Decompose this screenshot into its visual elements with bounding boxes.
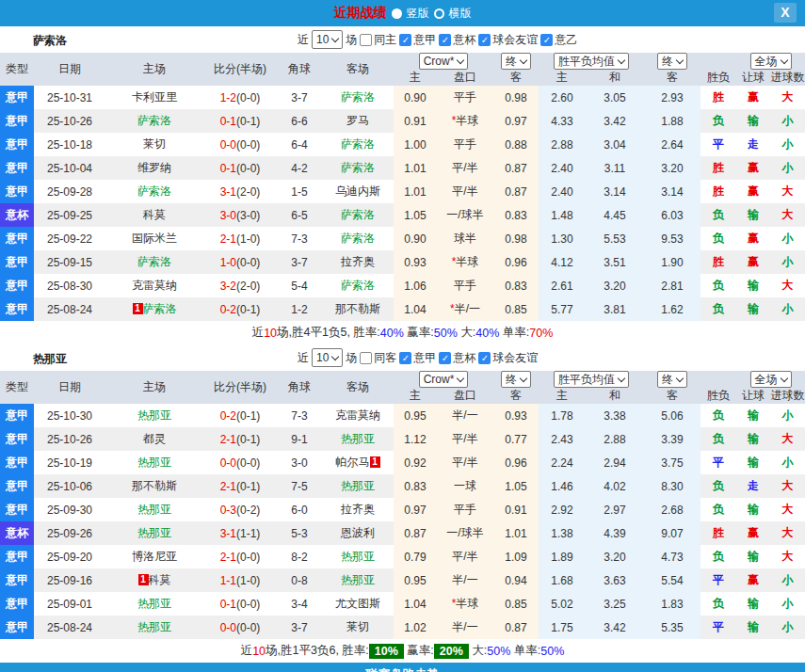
odds-home: 1.12 bbox=[394, 427, 437, 451]
vertical-radio[interactable] bbox=[392, 8, 402, 19]
checkbox-icon[interactable]: ✓ bbox=[478, 34, 491, 46]
checkbox-icon[interactable]: ✓ bbox=[399, 352, 411, 364]
col-goals: 进球数 bbox=[770, 388, 805, 404]
type-badge: 意杯 bbox=[0, 521, 34, 545]
avg-draw: 3.63 bbox=[586, 568, 644, 592]
match-score: 0-2(0-1) bbox=[203, 404, 277, 427]
league-filter-意乙[interactable]: ✓意乙 bbox=[540, 32, 577, 48]
col-odds-home: 主 bbox=[394, 388, 437, 404]
same-venue-filter[interactable]: 同客 bbox=[360, 350, 396, 366]
home-team: 热那亚 bbox=[105, 404, 203, 427]
scope-select[interactable]: 全场 bbox=[750, 371, 792, 388]
half-time-score: (2-0) bbox=[236, 185, 260, 199]
avg-draw: 3.20 bbox=[586, 274, 644, 297]
match-score: 2-1(0-1) bbox=[203, 427, 277, 451]
summary-segment: 40% bbox=[380, 327, 404, 340]
avg-away: 5.54 bbox=[644, 568, 700, 592]
result-wdl: 负 bbox=[700, 297, 736, 321]
scope-select[interactable]: 全场 bbox=[750, 53, 792, 70]
avg-home: 1.78 bbox=[539, 404, 586, 427]
match-count-value: 10 bbox=[316, 351, 329, 364]
odds-final-select[interactable]: 终 bbox=[501, 371, 531, 388]
away-team: 尤文图斯 bbox=[322, 592, 394, 616]
full-time-score: 1-0 bbox=[220, 256, 236, 269]
full-time-score: 2-1 bbox=[220, 480, 236, 493]
close-icon[interactable]: X bbox=[774, 3, 797, 23]
match-date: 25-10-26 bbox=[34, 427, 105, 451]
home-team: 萨索洛 bbox=[105, 109, 203, 133]
checkbox-icon[interactable]: ✓ bbox=[439, 352, 451, 364]
odds-away: 0.85 bbox=[493, 592, 539, 616]
league-filter-意甲[interactable]: ✓意甲 bbox=[399, 32, 436, 48]
avg-select[interactable]: 胜平负均值 bbox=[554, 371, 629, 388]
league-filter-球会友谊[interactable]: ✓球会友谊 bbox=[478, 350, 538, 366]
vertical-radio-label[interactable]: 竖版 bbox=[407, 6, 429, 22]
horizontal-radio-label[interactable]: 横版 bbox=[449, 6, 472, 22]
handicap-text: 一/球半 bbox=[446, 526, 483, 539]
avg-select[interactable]: 胜平负均值 bbox=[554, 53, 629, 70]
team-name: 热那亚 bbox=[33, 351, 67, 367]
full-time-score: 0-0 bbox=[220, 456, 236, 470]
away-team: 萨索洛 bbox=[322, 203, 394, 227]
odds-home: 1.06 bbox=[394, 274, 437, 297]
avg-home: 1.38 bbox=[539, 521, 586, 545]
handicap-text: 平/半 bbox=[452, 456, 477, 469]
match-score: 0-2(0-1) bbox=[203, 297, 277, 321]
odds-final-select[interactable]: 终 bbox=[501, 53, 531, 70]
checkbox-icon[interactable]: ✓ bbox=[399, 34, 411, 46]
corner-score: 3-7 bbox=[277, 86, 322, 109]
odds-home: 1.05 bbox=[394, 203, 437, 227]
league-filter-label: 意杯 bbox=[453, 32, 475, 48]
league-filter-意甲[interactable]: ✓意甲 bbox=[399, 350, 436, 366]
avg-home: 5.02 bbox=[539, 592, 586, 616]
home-team: 莱切 bbox=[105, 133, 203, 156]
avg-home: 2.43 bbox=[539, 427, 586, 451]
odds-company-select[interactable]: Crow* bbox=[419, 371, 469, 388]
half-time-score: (1-0) bbox=[236, 232, 260, 246]
avg-final-select[interactable]: 终 bbox=[657, 53, 687, 70]
summary-segment: 赢率: bbox=[404, 643, 434, 659]
result-wdl: 胜 bbox=[700, 86, 736, 109]
home-team-name: 莱切 bbox=[143, 137, 166, 151]
match-score: 3-0(3-0) bbox=[203, 203, 277, 227]
odds-home: 0.92 bbox=[394, 451, 437, 474]
match-date: 25-09-22 bbox=[34, 227, 105, 250]
half-time-score: (0-0) bbox=[236, 621, 260, 634]
table-row: 意甲25-09-30热那亚0-3(0-2)6-0拉齐奥0.97平手0.912.9… bbox=[0, 498, 805, 521]
checkbox-icon[interactable]: ✓ bbox=[540, 34, 553, 46]
summary-segment: 10 bbox=[252, 645, 266, 658]
checkbox-icon[interactable]: ✓ bbox=[478, 352, 491, 364]
handicap-text: 一球 bbox=[454, 479, 476, 492]
odds-away: 1.09 bbox=[493, 545, 539, 568]
league-filter-球会友谊[interactable]: ✓球会友谊 bbox=[478, 32, 538, 48]
handicap-value: 一/球半 bbox=[437, 521, 493, 545]
table-row: 意甲25-10-06那不勒斯2-1(0-1)7-5热那亚0.83一球1.051.… bbox=[0, 474, 805, 498]
table-row: 意甲25-09-22国际米兰2-1(1-0)7-3萨索洛0.90球半0.981.… bbox=[0, 227, 805, 250]
avg-away: 1.62 bbox=[644, 297, 700, 321]
league-filter-意杯[interactable]: ✓意杯 bbox=[439, 32, 475, 48]
odds-company-select[interactable]: Crow* bbox=[419, 53, 469, 70]
avg-draw: 3.51 bbox=[586, 250, 644, 274]
summary-segment: 单率: bbox=[510, 643, 540, 659]
avg-draw: 2.97 bbox=[586, 498, 644, 521]
horizontal-radio[interactable] bbox=[434, 8, 444, 19]
away-team-name: 萨索洛 bbox=[341, 208, 375, 221]
match-count-select[interactable]: 10 bbox=[312, 348, 343, 367]
checkbox-icon[interactable] bbox=[360, 352, 372, 364]
checkbox-icon[interactable]: ✓ bbox=[439, 34, 451, 46]
type-badge: 意甲 bbox=[0, 133, 34, 156]
avg-final-select[interactable]: 终 bbox=[657, 371, 687, 388]
result-wdl: 平 bbox=[700, 133, 736, 156]
type-badge: 意甲 bbox=[0, 427, 34, 451]
avg-home: 2.88 bbox=[539, 133, 586, 156]
corner-score: 7-3 bbox=[277, 227, 322, 250]
match-count-select[interactable]: 10 bbox=[312, 30, 343, 49]
result-goals: 大 bbox=[770, 180, 805, 203]
half-time-score: (0-2) bbox=[236, 504, 260, 517]
checkbox-icon[interactable] bbox=[360, 34, 372, 46]
same-venue-filter[interactable]: 同主 bbox=[360, 32, 396, 48]
league-filter-意杯[interactable]: ✓意杯 bbox=[439, 350, 475, 366]
avg-home: 1.48 bbox=[539, 203, 586, 227]
away-team-name: 热那亚 bbox=[341, 573, 375, 586]
handicap-text: 平手 bbox=[454, 90, 476, 104]
